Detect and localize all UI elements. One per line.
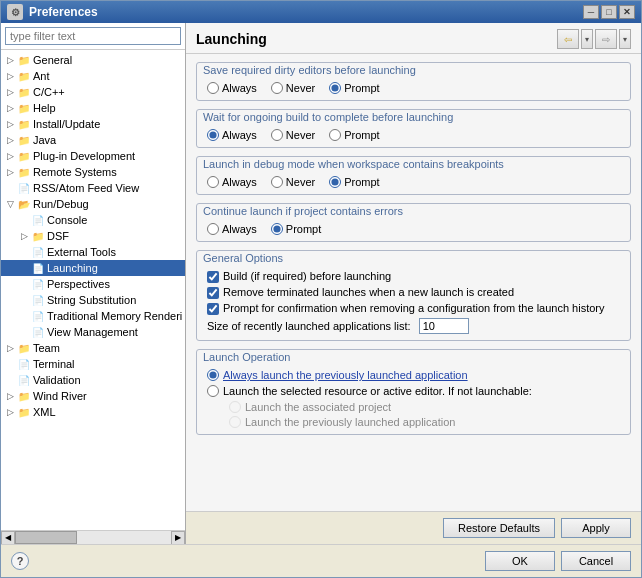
forward-dropdown[interactable]: ▾ (619, 29, 631, 49)
build-never-label[interactable]: Never (271, 129, 315, 141)
debug-always-label[interactable]: Always (207, 176, 257, 188)
build-never-radio[interactable] (271, 129, 283, 141)
prompt-confirm-row: Prompt for confirmation when removing a … (207, 302, 620, 315)
cancel-button[interactable]: Cancel (561, 551, 631, 571)
dirty-never-label[interactable]: Never (271, 82, 315, 94)
sidebar-label: Help (33, 102, 56, 114)
expand-icon: ▽ (3, 197, 17, 211)
build-always-label[interactable]: Always (207, 129, 257, 141)
sidebar-item-externaltools[interactable]: ▷ 📄 External Tools (1, 244, 185, 260)
restore-defaults-button[interactable]: Restore Defaults (443, 518, 555, 538)
close-button[interactable]: ✕ (619, 5, 635, 19)
forward-button[interactable]: ⇨ (595, 29, 617, 49)
page-icon: 📄 (31, 213, 45, 227)
scroll-thumb[interactable] (15, 531, 77, 544)
sidebar-label: Validation (33, 374, 81, 386)
maximize-button[interactable]: □ (601, 5, 617, 19)
folder-icon: 📁 (17, 405, 31, 419)
sidebar-item-plugin[interactable]: ▷ 📁 Plug-in Development (1, 148, 185, 164)
scroll-track (15, 531, 171, 544)
dirty-prompt-text: Prompt (344, 82, 379, 94)
size-row: Size of recently launched applications l… (207, 318, 620, 334)
content-area: ▷ 📁 General ▷ 📁 Ant ▷ 📁 C/C++ ▷ 📁 (1, 23, 641, 544)
sidebar-label: Install/Update (33, 118, 100, 130)
sidebar-item-trad[interactable]: ▷ 📄 Traditional Memory Renderi (1, 308, 185, 324)
build-prompt-label[interactable]: Prompt (329, 129, 379, 141)
debug-always-radio[interactable] (207, 176, 219, 188)
sidebar-label: DSF (47, 230, 69, 242)
sidebar-item-cpp[interactable]: ▷ 📁 C/C++ (1, 84, 185, 100)
sidebar-item-install[interactable]: ▷ 📁 Install/Update (1, 116, 185, 132)
sidebar-item-validation[interactable]: ▷ 📄 Validation (1, 372, 185, 388)
ok-button[interactable]: OK (485, 551, 555, 571)
page-icon: 📄 (17, 357, 31, 371)
dirty-always-radio[interactable] (207, 82, 219, 94)
errors-prompt-label[interactable]: Prompt (271, 223, 321, 235)
prompt-confirm-checkbox[interactable] (207, 303, 219, 315)
debug-never-text: Never (286, 176, 315, 188)
sidebar-item-windriver[interactable]: ▷ 📁 Wind River (1, 388, 185, 404)
launch-always-radio[interactable] (207, 369, 219, 381)
page-icon: 📄 (31, 261, 45, 275)
sidebar-label: Java (33, 134, 56, 146)
sidebar-item-team[interactable]: ▷ 📁 Team (1, 340, 185, 356)
size-input[interactable] (419, 318, 469, 334)
build-prompt-radio[interactable] (329, 129, 341, 141)
filter-input[interactable] (5, 27, 181, 45)
sidebar-label: Console (47, 214, 87, 226)
scroll-right-button[interactable]: ▶ (171, 531, 185, 545)
main-panel: Launching ⇦ ▾ ⇨ ▾ Save required dirty ed… (186, 23, 641, 544)
dirty-prompt-label[interactable]: Prompt (329, 82, 379, 94)
debug-never-radio[interactable] (271, 176, 283, 188)
sidebar-item-perspectives[interactable]: ▷ 📄 Perspectives (1, 276, 185, 292)
sidebar-label: Ant (33, 70, 50, 82)
debug-prompt-label[interactable]: Prompt (329, 176, 379, 188)
dirty-prompt-radio[interactable] (329, 82, 341, 94)
sidebar-item-viewmgmt[interactable]: ▷ 📄 View Management (1, 324, 185, 340)
dirty-always-label[interactable]: Always (207, 82, 257, 94)
dirty-never-radio[interactable] (271, 82, 283, 94)
sidebar-item-rundebug[interactable]: ▽ 📂 Run/Debug (1, 196, 185, 212)
sidebar-item-help[interactable]: ▷ 📁 Help (1, 100, 185, 116)
remove-terminated-checkbox[interactable] (207, 287, 219, 299)
sidebar-item-java[interactable]: ▷ 📁 Java (1, 132, 185, 148)
launch-operation-section: Launch Operation Always launch the previ… (196, 349, 631, 435)
sidebar-item-xml[interactable]: ▷ 📁 XML (1, 404, 185, 420)
folder-icon: 📂 (17, 197, 31, 211)
folder-icon: 📁 (17, 341, 31, 355)
back-dropdown[interactable]: ▾ (581, 29, 593, 49)
sidebar-item-ant[interactable]: ▷ 📁 Ant (1, 68, 185, 84)
errors-always-label[interactable]: Always (207, 223, 257, 235)
build-checkbox[interactable] (207, 271, 219, 283)
sidebar-label: Perspectives (47, 278, 110, 290)
sidebar-item-console[interactable]: ▷ 📄 Console (1, 212, 185, 228)
help-button[interactable]: ? (11, 552, 29, 570)
minimize-button[interactable]: ─ (583, 5, 599, 19)
scroll-left-button[interactable]: ◀ (1, 531, 15, 545)
build-always-radio[interactable] (207, 129, 219, 141)
errors-prompt-radio[interactable] (271, 223, 283, 235)
back-button[interactable]: ⇦ (557, 29, 579, 49)
sidebar-item-stringsub[interactable]: ▷ 📄 String Substitution (1, 292, 185, 308)
sub-associated-radio[interactable] (229, 401, 241, 413)
main-content: Save required dirty editors before launc… (186, 54, 641, 511)
titlebar: ⚙ Preferences ─ □ ✕ (1, 1, 641, 23)
debug-never-label[interactable]: Never (271, 176, 315, 188)
expand-icon: ▷ (3, 69, 17, 83)
sidebar-item-launching[interactable]: ▷ 📄 Launching (1, 260, 185, 276)
page-icon: 📄 (17, 181, 31, 195)
sidebar-item-remote[interactable]: ▷ 📁 Remote Systems (1, 164, 185, 180)
page-icon: 📄 (31, 277, 45, 291)
apply-button[interactable]: Apply (561, 518, 631, 538)
debug-prompt-radio[interactable] (329, 176, 341, 188)
sidebar-item-general[interactable]: ▷ 📁 General (1, 52, 185, 68)
sidebar-item-terminal[interactable]: ▷ 📄 Terminal (1, 356, 185, 372)
errors-always-radio[interactable] (207, 223, 219, 235)
sub-previously-radio[interactable] (229, 416, 241, 428)
launch-selected-radio[interactable] (207, 385, 219, 397)
build-complete-body: Always Never Prompt (197, 125, 630, 147)
build-checkbox-label: Build (if required) before launching (223, 270, 391, 282)
sidebar-item-rss[interactable]: ▷ 📄 RSS/Atom Feed View (1, 180, 185, 196)
sidebar-item-dsf[interactable]: ▷ 📁 DSF (1, 228, 185, 244)
sub-previously-label: Launch the previously launched applicati… (245, 416, 455, 428)
